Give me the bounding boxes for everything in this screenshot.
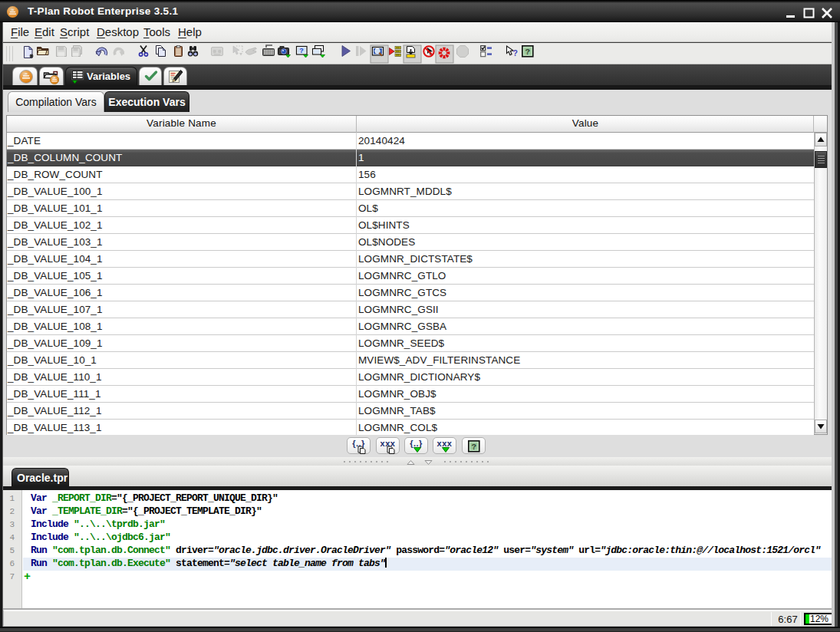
- svg-text:?: ?: [299, 47, 304, 54]
- svg-text:?: ?: [525, 48, 530, 57]
- svg-text:?: ?: [513, 48, 518, 58]
- svg-text:?: ?: [471, 443, 476, 452]
